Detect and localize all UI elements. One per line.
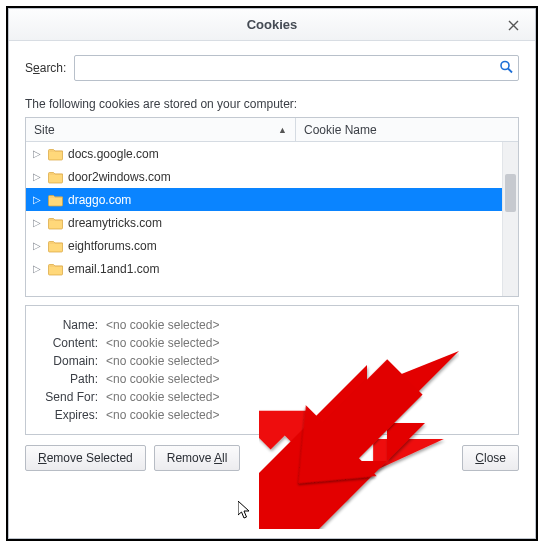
scrollbar[interactable]: [502, 142, 518, 296]
detail-value-domain: <no cookie selected>: [106, 354, 219, 368]
expand-icon[interactable]: ▷: [30, 263, 44, 274]
remove-all-button[interactable]: Remove All: [154, 445, 241, 471]
site-name: eightforums.com: [68, 239, 157, 253]
site-name: dreamytricks.com: [68, 216, 162, 230]
expand-icon[interactable]: ▷: [30, 148, 44, 159]
sort-ascending-icon: ▲: [278, 125, 287, 135]
titlebar: Cookies: [9, 9, 535, 41]
folder-icon: [48, 215, 64, 231]
folder-icon: [48, 146, 64, 162]
folder-icon: [48, 169, 64, 185]
close-icon[interactable]: [491, 9, 535, 41]
site-name: door2windows.com: [68, 170, 171, 184]
list-item[interactable]: ▷eightforums.com: [26, 234, 518, 257]
site-name: docs.google.com: [68, 147, 159, 161]
detail-label-path: Path:: [36, 372, 98, 386]
remove-selected-button[interactable]: Remove Selected: [25, 445, 146, 471]
expand-icon[interactable]: ▷: [30, 194, 44, 205]
list-item[interactable]: ▷door2windows.com: [26, 165, 518, 188]
column-header-cookie-name[interactable]: Cookie Name: [296, 118, 518, 141]
search-label: Search:: [25, 61, 66, 75]
detail-value-content: <no cookie selected>: [106, 336, 219, 350]
list-item[interactable]: ▷dreamytricks.com: [26, 211, 518, 234]
expand-icon[interactable]: ▷: [30, 217, 44, 228]
scrollbar-thumb[interactable]: [505, 174, 516, 212]
dialog-title: Cookies: [247, 17, 298, 32]
detail-value-path: <no cookie selected>: [106, 372, 219, 386]
list-item[interactable]: ▷draggo.com: [26, 188, 518, 211]
site-name: draggo.com: [68, 193, 131, 207]
cookie-list: Site ▲ Cookie Name ▷docs.google.com▷door…: [25, 117, 519, 297]
search-input[interactable]: [74, 55, 519, 81]
detail-label-content: Content:: [36, 336, 98, 350]
detail-label-domain: Domain:: [36, 354, 98, 368]
column-header-site[interactable]: Site ▲: [26, 118, 296, 141]
folder-icon: [48, 192, 64, 208]
cookies-dialog: Cookies Search: The following cookies ar…: [8, 8, 536, 539]
list-item[interactable]: ▷docs.google.com: [26, 142, 518, 165]
folder-icon: [48, 238, 64, 254]
detail-label-expires: Expires:: [36, 408, 98, 422]
detail-label-sendfor: Send For:: [36, 390, 98, 404]
folder-icon: [48, 261, 64, 277]
site-name: email.1and1.com: [68, 262, 159, 276]
expand-icon[interactable]: ▷: [30, 240, 44, 251]
detail-value-expires: <no cookie selected>: [106, 408, 219, 422]
expand-icon[interactable]: ▷: [30, 171, 44, 182]
close-button[interactable]: Close: [462, 445, 519, 471]
detail-label-name: Name:: [36, 318, 98, 332]
cookie-detail: Name:<no cookie selected> Content:<no co…: [25, 305, 519, 435]
search-row: Search:: [25, 55, 519, 81]
detail-value-sendfor: <no cookie selected>: [106, 390, 219, 404]
list-item[interactable]: ▷email.1and1.com: [26, 257, 518, 280]
hint-text: The following cookies are stored on your…: [25, 97, 519, 111]
detail-value-name: <no cookie selected>: [106, 318, 219, 332]
